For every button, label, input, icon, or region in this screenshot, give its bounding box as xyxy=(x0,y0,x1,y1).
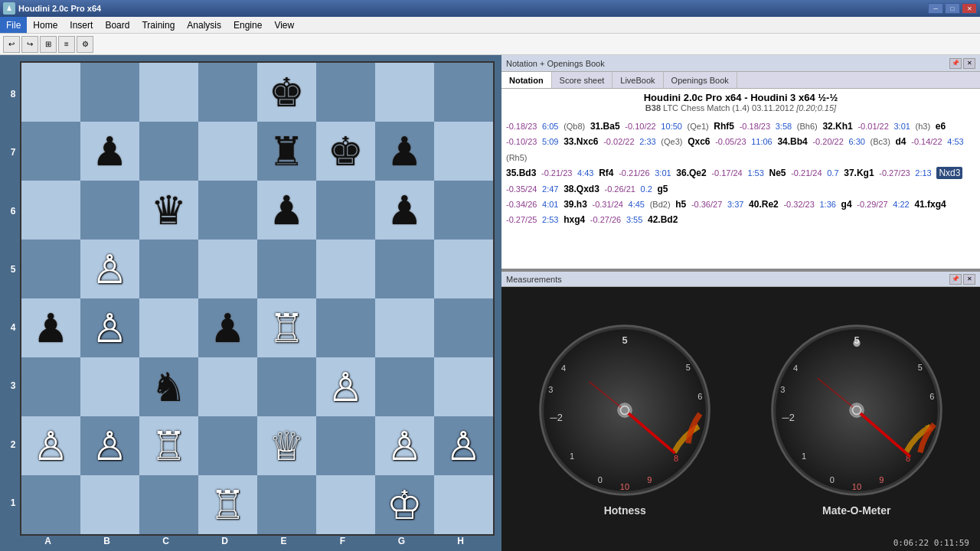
square-c8[interactable] xyxy=(139,63,198,122)
notation-panel-controls[interactable]: 📌 ✕ xyxy=(949,58,975,69)
square-f2[interactable] xyxy=(316,416,375,475)
notation-panel-pin[interactable]: 📌 xyxy=(949,58,962,69)
maximize-button[interactable]: □ xyxy=(945,3,960,14)
chess-board[interactable]: ♚ ♟ ♜ ♚ ♟ ♛ xyxy=(20,61,495,536)
square-d8[interactable] xyxy=(198,63,257,122)
current-move-nxd3[interactable]: Nxd3 xyxy=(936,167,962,179)
square-g8[interactable] xyxy=(375,63,434,122)
square-a5[interactable] xyxy=(21,240,80,298)
square-f6[interactable] xyxy=(316,181,375,240)
menu-training[interactable]: Training xyxy=(136,17,181,33)
toolbar-btn-4[interactable]: ≡ xyxy=(58,36,75,53)
square-d1[interactable]: ♖ xyxy=(198,475,257,534)
menu-view[interactable]: View xyxy=(268,17,300,33)
measurements-close[interactable]: ✕ xyxy=(963,274,975,285)
toolbar-btn-1[interactable]: ↩ xyxy=(3,36,20,53)
square-c1[interactable] xyxy=(139,475,198,534)
square-e1[interactable] xyxy=(257,475,316,534)
square-e7[interactable]: ♜ xyxy=(257,122,316,181)
square-e4[interactable]: ♖ xyxy=(257,298,316,357)
square-f8[interactable] xyxy=(316,63,375,122)
square-h1[interactable] xyxy=(434,475,493,534)
square-a3[interactable] xyxy=(21,357,80,416)
square-e3[interactable] xyxy=(257,357,316,416)
menu-insert[interactable]: Insert xyxy=(64,17,99,33)
square-h4[interactable] xyxy=(434,298,493,357)
toolbar-btn-3[interactable]: ⊞ xyxy=(40,36,57,53)
measurements-pin[interactable]: 📌 xyxy=(949,274,962,285)
square-e5[interactable] xyxy=(257,240,316,298)
square-d6[interactable] xyxy=(198,181,257,240)
square-g3[interactable] xyxy=(375,357,434,416)
close-button[interactable]: ✕ xyxy=(962,3,977,14)
menu-board[interactable]: Board xyxy=(99,17,136,33)
square-f5[interactable] xyxy=(316,240,375,298)
square-b8[interactable] xyxy=(80,63,139,122)
square-a4[interactable]: ♟ xyxy=(21,298,80,357)
square-g6[interactable]: ♟ xyxy=(375,181,434,240)
titlebar-controls[interactable]: ─ □ ✕ xyxy=(928,3,977,14)
menu-file[interactable]: File xyxy=(0,17,27,33)
square-g1[interactable]: ♔ xyxy=(375,475,434,534)
time-23: 3:55 xyxy=(626,215,642,224)
square-f1[interactable] xyxy=(316,475,375,534)
square-b1[interactable] xyxy=(80,475,139,534)
square-h7[interactable] xyxy=(434,122,493,181)
square-a2[interactable]: ♙ xyxy=(21,416,80,475)
square-f7[interactable]: ♚ xyxy=(316,122,375,181)
square-f4[interactable] xyxy=(316,298,375,357)
gauge2-label-6: 6 xyxy=(929,392,934,401)
square-e2[interactable]: ♕ xyxy=(257,416,316,475)
white-rook-e4: ♖ xyxy=(269,308,305,348)
square-d3[interactable] xyxy=(198,357,257,416)
square-c3[interactable]: ♞ xyxy=(139,357,198,416)
measurements-controls[interactable]: 📌 ✕ xyxy=(949,274,975,285)
square-e8[interactable]: ♚ xyxy=(257,63,316,122)
minimize-button[interactable]: ─ xyxy=(928,3,943,14)
menu-home[interactable]: Home xyxy=(27,17,64,33)
tab-scoresheet[interactable]: Score sheet xyxy=(552,72,613,88)
square-a6[interactable] xyxy=(21,181,80,240)
menu-engine[interactable]: Engine xyxy=(227,17,268,33)
square-a7[interactable] xyxy=(21,122,80,181)
square-d2[interactable] xyxy=(198,416,257,475)
notation-content[interactable]: -0.18/23 6:05 (Qb8) 31.Ba5 -0.10/22 10:5… xyxy=(501,116,980,269)
square-c6[interactable]: ♛ xyxy=(139,181,198,240)
square-c5[interactable] xyxy=(139,240,198,298)
right-panel: Notation + Openings Book 📌 ✕ Notation Sc… xyxy=(501,55,980,551)
square-h8[interactable] xyxy=(434,63,493,122)
square-e6[interactable]: ♟ xyxy=(257,181,316,240)
square-b4[interactable]: ♙ xyxy=(80,298,139,357)
app-icon: ♟ xyxy=(3,2,15,15)
menu-analysis[interactable]: Analysis xyxy=(181,17,227,33)
square-h2[interactable]: ♙ xyxy=(434,416,493,475)
square-a8[interactable] xyxy=(21,63,80,122)
square-f3[interactable]: ♙ xyxy=(316,357,375,416)
tab-notation[interactable]: Notation xyxy=(501,72,552,88)
square-c7[interactable] xyxy=(139,122,198,181)
square-b2[interactable]: ♙ xyxy=(80,416,139,475)
square-g7[interactable]: ♟ xyxy=(375,122,434,181)
toolbar-btn-5[interactable]: ⚙ xyxy=(77,36,93,53)
square-c2[interactable]: ♖ xyxy=(139,416,198,475)
square-d5[interactable] xyxy=(198,240,257,298)
square-d4[interactable]: ♟ xyxy=(198,298,257,357)
square-h5[interactable] xyxy=(434,240,493,298)
notation-panel-close[interactable]: ✕ xyxy=(963,58,975,69)
tab-openings[interactable]: Openings Book xyxy=(664,72,737,88)
square-h3[interactable] xyxy=(434,357,493,416)
square-c4[interactable] xyxy=(139,298,198,357)
square-g2[interactable]: ♙ xyxy=(375,416,434,475)
notation-tabs[interactable]: Notation Score sheet LiveBook Openings B… xyxy=(501,72,980,89)
toolbar-btn-2[interactable]: ↪ xyxy=(21,36,38,53)
square-b7[interactable]: ♟ xyxy=(80,122,139,181)
square-b6[interactable] xyxy=(80,181,139,240)
square-b5[interactable]: ♙ xyxy=(80,240,139,298)
square-d7[interactable] xyxy=(198,122,257,181)
square-b3[interactable] xyxy=(80,357,139,416)
square-h6[interactable] xyxy=(434,181,493,240)
square-g4[interactable] xyxy=(375,298,434,357)
square-g5[interactable] xyxy=(375,240,434,298)
square-a1[interactable] xyxy=(21,475,80,534)
tab-livebook[interactable]: LiveBook xyxy=(612,72,663,88)
